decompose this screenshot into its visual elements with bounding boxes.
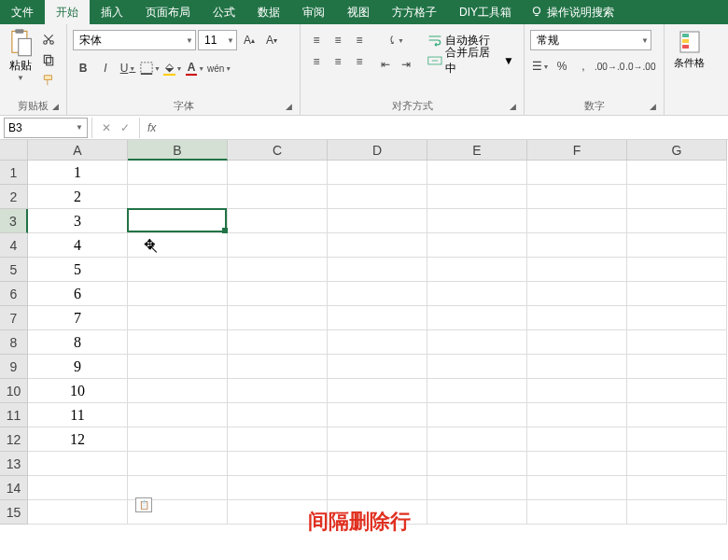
cell-F3[interactable] xyxy=(527,209,627,233)
cell-D13[interactable] xyxy=(328,452,427,476)
name-box[interactable]: B3▼ xyxy=(4,118,88,138)
cell-A1[interactable]: 1 xyxy=(28,161,128,185)
merge-center-button[interactable]: 合并后居中 ▼ xyxy=(424,50,518,71)
cell-G13[interactable] xyxy=(627,452,727,476)
tab-DIY工具箱[interactable]: DIY工具箱 xyxy=(448,0,523,24)
number-launcher[interactable]: ◢ xyxy=(647,102,658,113)
row-head-2[interactable]: 2 xyxy=(0,185,28,209)
cell-D12[interactable] xyxy=(328,427,427,452)
row-head-1[interactable]: 1 xyxy=(0,161,28,185)
cell-E10[interactable] xyxy=(427,379,527,403)
cell-E11[interactable] xyxy=(427,403,527,427)
fx-icon[interactable]: fx xyxy=(140,121,163,134)
cell-F1[interactable] xyxy=(527,161,627,185)
format-painter-button[interactable] xyxy=(39,71,58,90)
cell-G9[interactable] xyxy=(627,355,727,379)
tab-插入[interactable]: 插入 xyxy=(90,0,134,24)
conditional-format-button[interactable]: 条件格 xyxy=(668,26,710,74)
cell-D5[interactable] xyxy=(328,258,427,282)
cell-D3[interactable] xyxy=(328,209,427,233)
align-middle-button[interactable]: ≡ xyxy=(328,30,348,50)
cell-G1[interactable] xyxy=(627,161,727,185)
cell-E3[interactable] xyxy=(427,209,527,233)
cell-E8[interactable] xyxy=(427,330,527,355)
percent-button[interactable]: % xyxy=(552,56,572,77)
cell-E2[interactable] xyxy=(427,185,527,209)
row-head-5[interactable]: 5 xyxy=(0,258,28,282)
cell-C8[interactable] xyxy=(228,330,328,355)
tab-数据[interactable]: 数据 xyxy=(246,0,291,24)
increase-decimal-button[interactable]: .00→.0 xyxy=(595,56,624,77)
font-color-button[interactable]: A▼ xyxy=(185,58,205,78)
cell-G14[interactable] xyxy=(627,476,727,500)
cell-B13[interactable] xyxy=(128,452,228,476)
fill-color-button[interactable]: ⬙▼ xyxy=(162,58,183,78)
cell-E7[interactable] xyxy=(427,306,527,330)
cell-B6[interactable] xyxy=(128,282,228,306)
cell-B9[interactable] xyxy=(128,355,228,379)
paste-options-button[interactable]: 📋 xyxy=(135,497,152,512)
align-bottom-button[interactable]: ≡ xyxy=(349,30,370,50)
shrink-font-button[interactable]: A▾ xyxy=(261,30,282,50)
cell-G4[interactable] xyxy=(627,233,727,258)
align-left-button[interactable]: ≡ xyxy=(306,51,327,72)
font-launcher[interactable]: ◢ xyxy=(283,102,294,113)
cell-C7[interactable] xyxy=(228,306,328,330)
cell-E9[interactable] xyxy=(427,355,527,379)
align-launcher[interactable]: ◢ xyxy=(507,102,518,113)
tab-开始[interactable]: 开始 xyxy=(45,0,90,24)
cell-A4[interactable]: 4 xyxy=(28,233,128,258)
cell-F6[interactable] xyxy=(527,282,627,306)
cell-C13[interactable] xyxy=(228,452,328,476)
align-center-button[interactable]: ≡ xyxy=(328,51,348,72)
cell-F8[interactable] xyxy=(527,330,627,355)
cell-A13[interactable] xyxy=(28,452,128,476)
cell-F13[interactable] xyxy=(527,452,627,476)
cell-G7[interactable] xyxy=(627,306,727,330)
cell-F10[interactable] xyxy=(527,379,627,403)
cell-E12[interactable] xyxy=(427,427,527,452)
cell-D7[interactable] xyxy=(328,306,427,330)
cell-C6[interactable] xyxy=(228,282,328,306)
clipboard-launcher[interactable]: ◢ xyxy=(49,102,61,113)
cell-B10[interactable] xyxy=(128,379,228,403)
comma-button[interactable]: , xyxy=(573,56,594,77)
cell-E13[interactable] xyxy=(427,452,527,476)
cell-C5[interactable] xyxy=(228,258,328,282)
cell-G12[interactable] xyxy=(627,427,727,452)
cancel-formula-button[interactable]: ✕ xyxy=(102,121,111,134)
cell-F2[interactable] xyxy=(527,185,627,209)
cell-E5[interactable] xyxy=(427,258,527,282)
tab-审阅[interactable]: 审阅 xyxy=(291,0,336,24)
col-head-A[interactable]: A xyxy=(28,140,128,161)
row-head-13[interactable]: 13 xyxy=(0,452,28,476)
cell-G15[interactable] xyxy=(627,500,727,525)
cell-G10[interactable] xyxy=(627,379,727,403)
formula-input[interactable] xyxy=(163,118,728,138)
col-head-C[interactable]: C xyxy=(228,140,328,161)
cell-A15[interactable] xyxy=(28,500,128,525)
col-head-F[interactable]: F xyxy=(527,140,627,161)
cell-D14[interactable] xyxy=(328,476,427,500)
cell-D6[interactable] xyxy=(328,282,427,306)
cell-B12[interactable] xyxy=(128,427,228,452)
align-top-button[interactable]: ≡ xyxy=(306,30,327,50)
cell-A12[interactable]: 12 xyxy=(28,427,128,452)
row-head-11[interactable]: 11 xyxy=(0,403,28,427)
cell-E15[interactable] xyxy=(427,500,527,525)
cell-F9[interactable] xyxy=(527,355,627,379)
row-head-8[interactable]: 8 xyxy=(0,330,28,355)
cell-C11[interactable] xyxy=(228,403,328,427)
row-head-6[interactable]: 6 xyxy=(0,282,28,306)
cell-G2[interactable] xyxy=(627,185,727,209)
row-head-9[interactable]: 9 xyxy=(0,355,28,379)
col-head-B[interactable]: B xyxy=(128,140,228,161)
cell-D1[interactable] xyxy=(328,161,427,185)
cut-button[interactable] xyxy=(39,30,58,49)
accounting-button[interactable]: ☰▼ xyxy=(530,56,551,77)
cell-F4[interactable] xyxy=(527,233,627,258)
tab-文件[interactable]: 文件 xyxy=(0,0,45,24)
cell-A6[interactable]: 6 xyxy=(28,282,128,306)
cell-G3[interactable] xyxy=(627,209,727,233)
decrease-decimal-button[interactable]: .0→.00 xyxy=(625,56,655,77)
